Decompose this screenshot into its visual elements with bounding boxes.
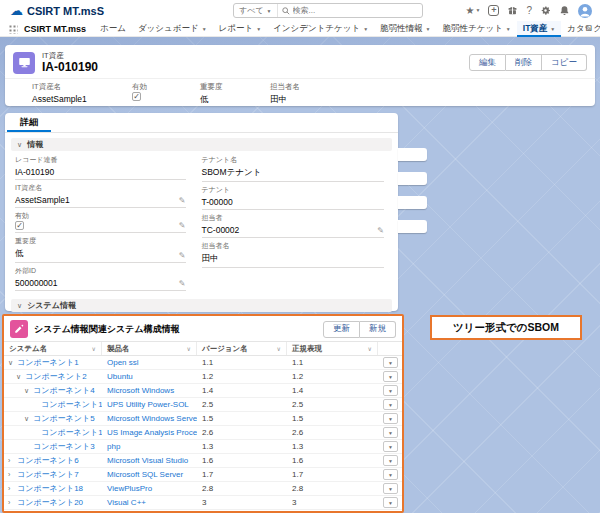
tab-IT資産[interactable]: IT資産▼ [517,21,562,37]
search-scope-dropdown[interactable]: すべて ▼ [234,4,278,17]
favorites-star-icon[interactable]: ★▼ [466,6,481,16]
component-link[interactable]: コンポーネント18 [17,483,83,494]
product-link[interactable]: Microsoft Windows Server [107,414,197,423]
column-header-2[interactable]: 製品名∨ [102,342,197,355]
notifications-bell-icon[interactable] [559,5,570,16]
refresh-button[interactable]: 更新 [323,321,360,338]
product-link[interactable]: Ubuntu [107,372,133,381]
add-icon[interactable]: + [488,5,499,16]
product-link[interactable]: Microsoft Windows [107,386,174,395]
column-header-1[interactable]: システム名∨ [4,342,102,355]
copy-button[interactable]: コピー [542,54,587,71]
column-header-4[interactable]: 正規表現∨ [287,342,378,355]
product-link[interactable]: UPS Utility Power-SOL [107,400,189,409]
section-system-info[interactable]: ∨ システム情報 [11,299,392,312]
row-actions-button[interactable]: ▼ [383,483,398,494]
component-link[interactable]: コンポーネント7 [17,469,79,480]
row-actions-button[interactable]: ▼ [383,371,398,382]
row-actions-button[interactable]: ▼ [383,385,398,396]
product-link[interactable]: ViewPlusPro [107,484,152,493]
product-link[interactable]: Visual C++ [107,498,146,507]
field-label: 有効 [15,211,186,221]
tab-脆弱性チケット[interactable]: 脆弱性チケット▼ [437,21,517,37]
whats-new-icon[interactable] [507,5,518,16]
column-header-3[interactable]: バージョン名∨ [197,342,287,355]
product-link[interactable]: Microsoft Visual Studio [107,456,188,465]
row-actions-button[interactable]: ▼ [383,455,398,466]
sort-chevron-icon: ∨ [187,345,191,352]
tree-row: コンポーネント15UPS Utility Power-SOL2.52.5▼ [4,398,402,412]
field-label: テナント [202,185,385,195]
field-value-link[interactable]: TC-00002 [202,225,385,235]
field-value-link[interactable]: 田中 [270,94,300,106]
tab-脆弱性情報[interactable]: 脆弱性情報▼ [374,21,436,37]
product-cell: US Image Analysis Processor [102,428,197,437]
tab-インシデントチケット[interactable]: インシデントチケット▼ [267,21,374,37]
component-link[interactable]: コンポーネント16 [41,427,102,438]
version-cell: 1.1 [197,358,287,367]
edit-nav-pencil-icon[interactable]: ✎ [584,24,592,34]
new-button[interactable]: 新規 [360,321,396,338]
global-search[interactable]: すべて ▼ [233,3,423,18]
tab-レポート[interactable]: レポート▼ [213,21,268,37]
nav-app-name: CSIRT MT.mss [24,24,86,34]
user-avatar[interactable] [578,4,592,18]
edit-pencil-icon[interactable]: ✎ [179,221,186,230]
collapsed-chevron-icon[interactable]: › [8,499,17,506]
collapsed-chevron-icon[interactable]: › [8,485,17,492]
row-actions-button[interactable]: ▼ [383,441,398,452]
expanded-chevron-icon[interactable]: ∨ [24,387,33,395]
highlight-field: 有効✓ [132,82,200,106]
tab-カタログ情報[interactable]: カタログ情報▼ [561,21,600,37]
row-actions-button[interactable]: ▼ [383,413,398,424]
product-cell: Open ssl [102,358,197,367]
component-link[interactable]: コンポーネント4 [33,385,95,396]
edit-pencil-icon[interactable]: ✎ [179,251,186,260]
tree-row: コンポーネント3php1.31.3▼ [4,440,402,454]
section-info[interactable]: ∨ 情報 [11,138,392,151]
row-actions-button[interactable]: ▼ [383,427,398,438]
tab-ホーム[interactable]: ホーム [94,21,132,37]
expanded-chevron-icon[interactable]: ∨ [16,373,25,381]
global-header: ☁ CSIRT MT.msS すべて ▼ ★▼ + ? [0,0,600,21]
row-actions-cell: ▼ [378,413,402,424]
edit-button[interactable]: 編集 [469,54,506,71]
checkbox-checked: ✓ [132,92,141,101]
expanded-chevron-icon[interactable]: ∨ [24,415,33,423]
field-value-link[interactable]: IA-010190 [15,167,186,177]
detail-side-tab [398,172,427,185]
component-link[interactable]: コンポーネント6 [17,455,79,466]
setup-gear-icon[interactable] [540,5,551,16]
product-link[interactable]: Microsoft SQL Server [107,470,183,479]
row-actions-button[interactable]: ▼ [383,469,398,480]
system-config-object-icon [10,320,28,338]
field-value: 低 [200,94,264,106]
row-actions-button[interactable]: ▼ [383,497,398,508]
row-actions-button[interactable]: ▼ [383,357,398,368]
delete-button[interactable]: 削除 [506,54,542,71]
tab-details[interactable]: 詳細 [7,113,51,132]
component-link[interactable]: コンポーネント1 [17,357,79,368]
help-icon[interactable]: ? [526,6,532,16]
collapsed-chevron-icon[interactable]: › [8,471,17,478]
system-name-cell: ›コンポーネント7 [4,469,102,480]
field-value-link[interactable]: T-00000 [202,197,385,207]
component-link[interactable]: コンポーネント5 [33,413,95,424]
component-link[interactable]: コンポーネント20 [17,497,83,508]
app-launcher-waffle-icon[interactable] [6,24,24,34]
component-link[interactable]: コンポーネント15 [41,399,102,410]
collapsed-chevron-icon[interactable]: › [8,457,17,464]
product-link[interactable]: Open ssl [107,358,139,367]
product-link[interactable]: US Image Analysis Processor [107,428,197,437]
edit-pencil-icon[interactable]: ✎ [179,279,186,288]
tab-ダッシュボード[interactable]: ダッシュボード▼ [132,21,213,37]
search-input[interactable] [290,6,422,15]
component-link[interactable]: コンポーネント3 [33,441,95,452]
expanded-chevron-icon[interactable]: ∨ [8,359,17,367]
product-link[interactable]: php [107,442,120,451]
row-actions-button[interactable]: ▼ [383,399,398,410]
edit-pencil-icon[interactable]: ✎ [377,226,384,235]
edit-pencil-icon[interactable]: ✎ [179,196,186,205]
component-link[interactable]: コンポーネント2 [25,371,87,382]
tree-row: ∨コンポーネント4Microsoft Windows1.41.4▼ [4,384,402,398]
